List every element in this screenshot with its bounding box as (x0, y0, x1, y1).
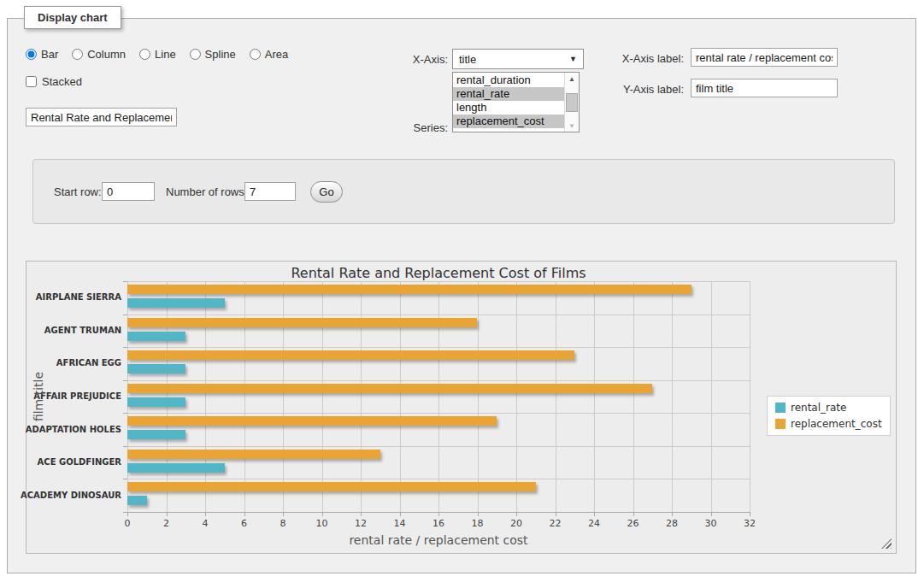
x-axis-select[interactable]: title ▼ (452, 49, 584, 69)
x-tick-label: 28 (666, 518, 678, 529)
series-option-rental-duration[interactable]: rental_duration (453, 73, 564, 87)
series-scrollbar[interactable]: ▲ ▼ (564, 73, 579, 132)
x-tick-label: 8 (280, 518, 286, 529)
x-axis-title: rental rate / replacement cost (127, 533, 750, 547)
x-gridline (244, 281, 245, 512)
scrollbar-track[interactable] (565, 85, 579, 120)
radio-bar-label: Bar (41, 48, 58, 61)
legend-swatch-rental_rate (775, 403, 786, 413)
bar-rental_rate[interactable] (127, 397, 185, 407)
bar-rental_rate[interactable] (127, 430, 185, 439)
stacked-row: Stacked (26, 75, 82, 88)
radio-spline[interactable] (190, 49, 201, 60)
legend-item-replacement_cost[interactable]: replacement_cost (775, 418, 882, 430)
y-tickmark (123, 281, 127, 282)
legend-item-rental_rate[interactable]: rental_rate (775, 402, 882, 414)
radio-line-label: Line (155, 48, 176, 61)
category-label: AFFAIR PREJUDICE (33, 391, 121, 401)
x-gridline (478, 281, 479, 512)
x-tick-label: 2 (163, 518, 169, 529)
bar-rental_rate[interactable] (127, 463, 225, 473)
go-button[interactable]: Go (310, 181, 343, 203)
bar-replacement_cost[interactable] (127, 318, 477, 327)
x-gridline (283, 281, 284, 512)
category-label: AGENT TRUMAN (44, 326, 121, 335)
radio-bar[interactable] (26, 49, 37, 60)
y-gridline (127, 479, 750, 479)
chart-title-input[interactable] (26, 108, 177, 126)
chart-container: Rental Rate and Replacement Cost of Film… (26, 261, 897, 554)
category-label: ADAPTATION HOLES (26, 425, 121, 434)
page: Display chart Bar Column Line Spline Are… (0, 0, 924, 582)
x-tick-label: 26 (627, 518, 639, 529)
bar-rental_rate[interactable] (127, 332, 185, 341)
series-option-replacement-cost[interactable]: replacement_cost (453, 115, 564, 128)
scrollbar-thumb[interactable] (566, 93, 578, 112)
series-option-length[interactable]: length (453, 101, 564, 115)
x-tick-label: 22 (550, 518, 562, 529)
bar-rental_rate[interactable] (127, 298, 225, 308)
radio-area[interactable] (250, 49, 261, 60)
bar-replacement_cost[interactable] (127, 384, 652, 393)
x-gridline (750, 281, 750, 512)
num-rows-label: Number of rows: (166, 185, 247, 198)
x-tick-label: 18 (472, 518, 484, 529)
series-multiselect[interactable]: rental_duration rental_rate length repla… (452, 72, 580, 132)
bar-replacement_cost[interactable] (127, 285, 692, 294)
y-axis-label-caption: Y-Axis label: (597, 83, 684, 96)
series-option-rental-rate[interactable]: rental_rate (453, 87, 564, 101)
radio-column[interactable] (72, 49, 83, 60)
chevron-down-icon: ▼ (569, 55, 577, 63)
x-axis-label-caption: X-Axis label: (597, 52, 684, 65)
y-gridline (127, 446, 750, 447)
start-row-input[interactable] (102, 182, 155, 201)
radio-area-label: Area (265, 48, 288, 61)
bar-replacement_cost[interactable] (127, 450, 380, 459)
chart-type-radio-group: Bar Column Line Spline Area (26, 48, 288, 61)
radio-line[interactable] (139, 49, 150, 60)
bar-rental_rate[interactable] (127, 364, 185, 373)
x-tick-label: 10 (316, 518, 328, 529)
y-gridline (127, 380, 750, 381)
x-gridline (438, 281, 439, 512)
category-label: ACE GOLDFINGER (38, 457, 121, 467)
chart-title: Rental Rate and Replacement Cost of Film… (127, 265, 750, 281)
scroll-down-icon[interactable]: ▼ (565, 120, 579, 132)
y-gridline (127, 281, 750, 282)
legend-label: rental_rate (791, 402, 846, 414)
y-gridline (127, 347, 750, 348)
y-tickmark (123, 413, 127, 414)
num-rows-input[interactable] (244, 182, 296, 201)
bar-replacement_cost[interactable] (127, 416, 497, 426)
category-label: AIRPLANE SIERRA (36, 292, 121, 302)
resize-handle-icon[interactable] (881, 538, 892, 549)
series-options: rental_duration rental_rate length repla… (453, 73, 564, 132)
x-tick-label: 24 (588, 518, 600, 529)
bar-replacement_cost[interactable] (127, 482, 536, 491)
x-gridline (633, 281, 634, 512)
bar-replacement_cost[interactable] (127, 350, 574, 360)
y-tickmark (123, 380, 127, 381)
x-axis-label-input[interactable] (691, 48, 838, 67)
x-tick-label: 12 (355, 518, 367, 529)
radio-column-label: Column (87, 48, 126, 61)
y-gridline (127, 413, 750, 414)
stacked-label: Stacked (42, 75, 82, 88)
bar-rental_rate[interactable] (127, 496, 147, 505)
x-tick-label: 6 (241, 518, 247, 529)
legend-swatch-replacement_cost (775, 419, 786, 429)
start-row-label: Start row: (54, 185, 102, 198)
scroll-up-icon[interactable]: ▲ (565, 73, 579, 85)
x-gridline (516, 281, 517, 512)
y-axis-label-input[interactable] (691, 79, 838, 97)
y-tickmark (123, 479, 127, 479)
x-gridline (322, 281, 323, 512)
x-tick-label: 0 (125, 518, 131, 529)
y-tickmark (123, 315, 127, 315)
plot-area: 02468101214161820222426283032AIRPLANE SI… (127, 281, 750, 512)
x-gridline (400, 281, 401, 512)
y-tickmark (123, 347, 127, 348)
x-gridline (205, 281, 206, 512)
stacked-checkbox[interactable] (26, 76, 37, 87)
x-tick-label: 20 (510, 518, 522, 529)
